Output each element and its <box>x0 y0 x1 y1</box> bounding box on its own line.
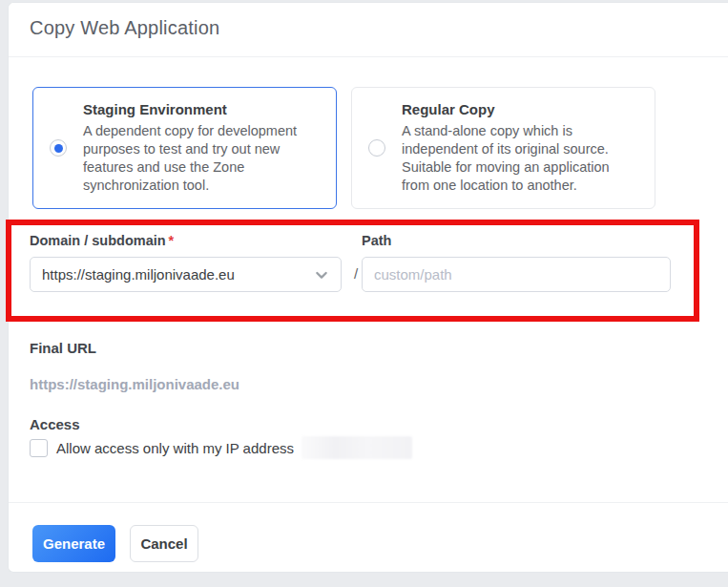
title-divider <box>9 56 728 57</box>
copy-type-options: Staging Environment A dependent copy for… <box>32 87 655 209</box>
radio-dot <box>54 144 63 153</box>
option-title: Regular Copy <box>402 101 641 117</box>
option-text: Regular Copy A stand-alone copy which is… <box>402 101 641 195</box>
footer-divider <box>9 502 728 503</box>
chevron-down-icon <box>314 267 329 283</box>
final-url-value: https://staging.miljonivaade.eu <box>30 376 239 392</box>
ip-restrict-checkbox-label: Allow access only with my IP address <box>56 440 294 456</box>
page: Copy Web Application Staging Environment… <box>0 0 728 587</box>
staging-radio[interactable] <box>50 139 67 157</box>
redacted-ip-address <box>302 436 412 459</box>
option-staging-environment[interactable]: Staging Environment A dependent copy for… <box>32 87 337 209</box>
option-description: A dependent copy for development purpose… <box>83 122 322 195</box>
option-description: A stand-alone copy which is independent … <box>402 122 641 195</box>
radio-column <box>33 139 83 157</box>
path-input[interactable] <box>362 257 671 292</box>
domain-select[interactable]: https://staging.miljonivaade.eu <box>30 257 342 292</box>
access-label: Access <box>30 416 80 432</box>
url-separator: / <box>350 265 362 282</box>
final-url-label: Final URL <box>30 340 96 356</box>
cancel-button[interactable]: Cancel <box>130 525 198 562</box>
domain-label-text: Domain / subdomain <box>30 233 166 248</box>
path-label: Path <box>362 233 391 248</box>
radio-column <box>352 139 402 157</box>
required-asterisk: * <box>169 233 175 248</box>
regular-copy-radio[interactable] <box>368 139 385 157</box>
option-text: Staging Environment A dependent copy for… <box>83 101 322 195</box>
generate-button[interactable]: Generate <box>32 525 115 562</box>
access-row: Allow access only with my IP address <box>30 436 412 459</box>
option-title: Staging Environment <box>83 101 322 117</box>
domain-select-value: https://staging.miljonivaade.eu <box>42 266 314 283</box>
page-title: Copy Web Application <box>30 17 219 39</box>
copy-web-application-dialog: Copy Web Application Staging Environment… <box>8 2 728 573</box>
domain-label: Domain / subdomain* <box>30 233 174 248</box>
ip-restrict-checkbox[interactable] <box>30 439 48 457</box>
option-regular-copy[interactable]: Regular Copy A stand-alone copy which is… <box>351 87 655 209</box>
